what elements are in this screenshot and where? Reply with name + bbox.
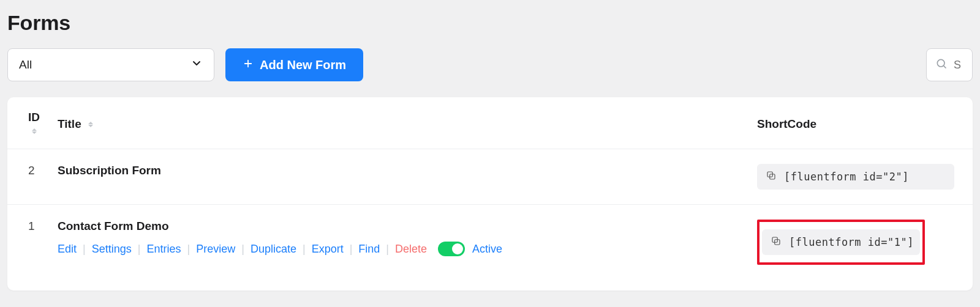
table-row: 1Contact Form DemoEdit|Settings|Entries|… bbox=[7, 205, 973, 280]
page-title: Forms bbox=[7, 11, 973, 35]
toolbar: All Add New Form bbox=[7, 48, 973, 81]
row-actions: Edit|Settings|Entries|Preview|Duplicate|… bbox=[58, 242, 747, 256]
row-id: 1 bbox=[7, 205, 48, 280]
shortcode-pill[interactable]: [fluentform id="2"] bbox=[757, 164, 954, 190]
add-new-form-label: Add New Form bbox=[260, 58, 346, 72]
separator: | bbox=[235, 243, 251, 256]
preview-link[interactable]: Preview bbox=[196, 243, 235, 256]
forms-table-card: ID Title ShortCode 2Subscription Form[fl… bbox=[7, 97, 973, 290]
forms-table: ID Title ShortCode 2Subscription Form[fl… bbox=[7, 97, 973, 279]
row-title-cell: Contact Form DemoEdit|Settings|Entries|P… bbox=[48, 205, 747, 280]
column-id-label: ID bbox=[28, 111, 40, 124]
entries-link[interactable]: Entries bbox=[146, 243, 181, 256]
search-input[interactable] bbox=[952, 58, 973, 72]
separator: | bbox=[77, 243, 92, 256]
search-icon bbox=[935, 57, 948, 72]
row-shortcode-cell: [fluentform id="1"] bbox=[747, 205, 973, 280]
shortcode-text: [fluentform id="1"] bbox=[789, 236, 914, 248]
search-box[interactable] bbox=[926, 48, 973, 81]
status-label: Active bbox=[472, 243, 502, 256]
shortcode-pill[interactable]: [fluentform id="1"] bbox=[762, 229, 920, 255]
duplicate-link[interactable]: Duplicate bbox=[251, 243, 296, 256]
column-header-title[interactable]: Title bbox=[48, 97, 747, 149]
separator: | bbox=[181, 243, 196, 256]
column-header-id[interactable]: ID bbox=[7, 97, 48, 149]
toggle-knob bbox=[452, 243, 463, 254]
svg-line-3 bbox=[944, 66, 946, 68]
row-title-cell: Subscription Form bbox=[48, 149, 747, 205]
svg-point-2 bbox=[937, 59, 944, 67]
sort-icon bbox=[32, 128, 37, 134]
copy-icon bbox=[766, 170, 777, 183]
separator: | bbox=[132, 243, 147, 256]
plus-icon bbox=[243, 58, 254, 72]
find-link[interactable]: Find bbox=[358, 243, 380, 256]
separator: | bbox=[296, 243, 312, 256]
sort-icon bbox=[88, 122, 93, 127]
table-row: 2Subscription Form[fluentform id="2"] bbox=[7, 149, 973, 205]
column-header-shortcode: ShortCode bbox=[747, 97, 973, 149]
add-new-form-button[interactable]: Add New Form bbox=[225, 48, 363, 81]
form-title[interactable]: Contact Form Demo bbox=[58, 220, 747, 233]
filter-selected-label: All bbox=[19, 58, 32, 72]
settings-link[interactable]: Settings bbox=[92, 243, 132, 256]
row-shortcode-cell: [fluentform id="2"] bbox=[747, 149, 973, 205]
filter-select[interactable]: All bbox=[7, 48, 214, 81]
column-title-label: Title bbox=[58, 117, 81, 130]
edit-link[interactable]: Edit bbox=[58, 243, 77, 256]
separator: | bbox=[344, 243, 359, 256]
shortcode-text: [fluentform id="2"] bbox=[784, 171, 909, 183]
export-link[interactable]: Export bbox=[312, 243, 344, 256]
status-toggle-wrap: Active bbox=[438, 242, 502, 256]
copy-icon bbox=[771, 235, 782, 249]
chevron-down-icon bbox=[190, 57, 203, 73]
separator: | bbox=[380, 243, 395, 256]
form-title[interactable]: Subscription Form bbox=[58, 164, 747, 177]
shortcode-highlight: [fluentform id="1"] bbox=[757, 220, 925, 265]
column-shortcode-label: ShortCode bbox=[757, 117, 816, 130]
row-id: 2 bbox=[7, 149, 48, 205]
status-toggle[interactable] bbox=[438, 242, 465, 256]
delete-link[interactable]: Delete bbox=[395, 243, 427, 256]
